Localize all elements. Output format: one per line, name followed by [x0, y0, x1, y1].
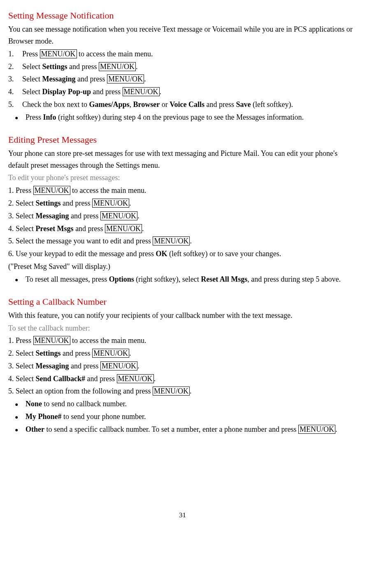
- step: 1. Press MENU/OK to access the main menu…: [8, 335, 357, 347]
- t: Check the box next to: [22, 100, 89, 109]
- t: 4. Select: [8, 375, 35, 383]
- section1-bullets: Press Info (right softkey) during step 4…: [8, 111, 357, 123]
- softkey: Save: [236, 100, 251, 109]
- menu-item: Send Callback#: [35, 375, 85, 383]
- t: and press: [75, 75, 107, 83]
- key-label: MENU/OK: [123, 87, 160, 96]
- t: Press: [22, 50, 40, 58]
- t: , and press during step 5 above.: [247, 275, 341, 283]
- step: 1.Press MENU/OK to access the main menu.: [8, 48, 357, 60]
- t: and press: [61, 349, 92, 357]
- step: 1. Press MENU/OK to access the main menu…: [8, 185, 357, 197]
- section2-steps: 1. Press MENU/OK to access the main menu…: [8, 185, 357, 273]
- step: 3. Select Messaging and press MENU/OK.: [8, 360, 357, 372]
- key-label: MENU/OK: [40, 49, 77, 58]
- t: to access the main menu.: [70, 186, 146, 194]
- t: Press: [26, 113, 43, 121]
- t: and press: [91, 88, 122, 96]
- key-label: MENU/OK: [153, 236, 190, 245]
- t: .: [160, 88, 162, 96]
- t: 2. Select: [8, 199, 35, 207]
- t: and press: [85, 375, 116, 383]
- section3-intro: With this feature, you can notify your r…: [8, 310, 357, 322]
- key-label: MENU/OK: [298, 425, 335, 434]
- menu-item: Messaging: [35, 362, 69, 370]
- menu-item: Settings: [42, 63, 67, 71]
- section2-sub: To edit your phone's preset messages:: [8, 172, 357, 184]
- option: Other: [26, 425, 44, 433]
- t: (right softkey) during step 4 on the pre…: [56, 113, 304, 121]
- t: .: [144, 75, 146, 83]
- key-label: MENU/OK: [99, 62, 136, 71]
- t: .: [137, 212, 139, 220]
- t: to send your phone number.: [62, 412, 146, 421]
- t: to send no callback number.: [42, 400, 127, 408]
- section3-bullets: None to send no callback number. My Phon…: [8, 398, 357, 435]
- step: 4.Select Display Pop-up and press MENU/O…: [8, 86, 357, 98]
- t: (right softkey), select: [134, 275, 201, 283]
- key-label: MENU/OK: [107, 74, 144, 83]
- section2-intro: Your phone can store pre-set messages fo…: [8, 148, 357, 171]
- t: .: [154, 375, 156, 383]
- t: .: [129, 199, 131, 207]
- section-heading-2: Editing Preset Messages: [8, 132, 357, 147]
- t: .: [190, 237, 192, 245]
- menu-item: Messaging: [35, 212, 69, 220]
- t: 4. Select: [8, 225, 35, 233]
- t: .: [137, 362, 139, 370]
- t: .: [335, 425, 337, 433]
- t: Select: [22, 75, 42, 83]
- t: to access the main menu.: [70, 336, 146, 345]
- step: 2. Select Settings and press MENU/OK.: [8, 347, 357, 359]
- t: 1. Press: [8, 186, 33, 194]
- t: and press: [61, 199, 92, 207]
- t: 1. Press: [8, 336, 33, 345]
- key-label: MENU/OK: [92, 349, 129, 358]
- menu-item: Settings: [35, 199, 60, 207]
- menu-item: Reset All Msgs: [201, 275, 247, 283]
- bullet: None to send no callback number.: [8, 398, 357, 410]
- t: Select: [22, 88, 42, 96]
- bullet: My Phone# to send your phone number.: [8, 411, 357, 423]
- key-label: MENU/OK: [117, 374, 154, 383]
- menu-item: Preset Msgs: [35, 225, 73, 233]
- bullet: To reset all messages, press Options (ri…: [8, 273, 357, 285]
- section1-intro: You can see message notification when yo…: [8, 23, 357, 47]
- step: 3.Select Messaging and press MENU/OK.: [8, 73, 357, 85]
- option: Browser: [133, 100, 160, 109]
- t: and press: [69, 212, 100, 220]
- section-heading-3: Setting a Callback Number: [8, 294, 357, 309]
- t: (left softkey) or to save your changes.: [167, 250, 281, 258]
- t: .: [129, 349, 131, 357]
- step: 2. Select Settings and press MENU/OK.: [8, 197, 357, 209]
- softkey: Options: [109, 275, 134, 283]
- t: 5. Select an option from the following a…: [8, 387, 153, 395]
- section3-steps: 1. Press MENU/OK to access the main menu…: [8, 335, 357, 397]
- t: or: [160, 100, 170, 109]
- t: and press: [74, 225, 105, 233]
- menu-item: Settings: [35, 349, 60, 357]
- bullet: Press Info (right softkey) during step 4…: [8, 111, 357, 123]
- t: .: [142, 225, 144, 233]
- section1-steps: 1.Press MENU/OK to access the main menu.…: [8, 48, 357, 111]
- option: Games/Apps: [89, 100, 129, 109]
- t: 3. Select: [8, 362, 35, 370]
- t: and press: [205, 100, 236, 109]
- option: Voice Calls: [170, 100, 205, 109]
- step: 5.Check the box next to Games/Apps, Brow…: [8, 99, 357, 111]
- menu-item: Messaging: [42, 75, 75, 83]
- softkey: Info: [43, 113, 56, 121]
- t: .: [190, 387, 192, 395]
- page-number: 31: [8, 509, 357, 521]
- t: to access the main menu.: [77, 50, 153, 58]
- section-heading-1: Setting Message Notification: [8, 8, 357, 23]
- step: 2.Select Settings and press MENU/OK.: [8, 61, 357, 73]
- key-label: MENU/OK: [100, 361, 137, 370]
- key-label: MENU/OK: [153, 387, 190, 396]
- t: Select: [22, 63, 42, 71]
- step: 3. Select Messaging and press MENU/OK.: [8, 210, 357, 222]
- t: .: [136, 63, 138, 71]
- t: and press: [69, 362, 100, 370]
- key-label: MENU/OK: [100, 211, 137, 220]
- option: My Phone#: [26, 412, 62, 421]
